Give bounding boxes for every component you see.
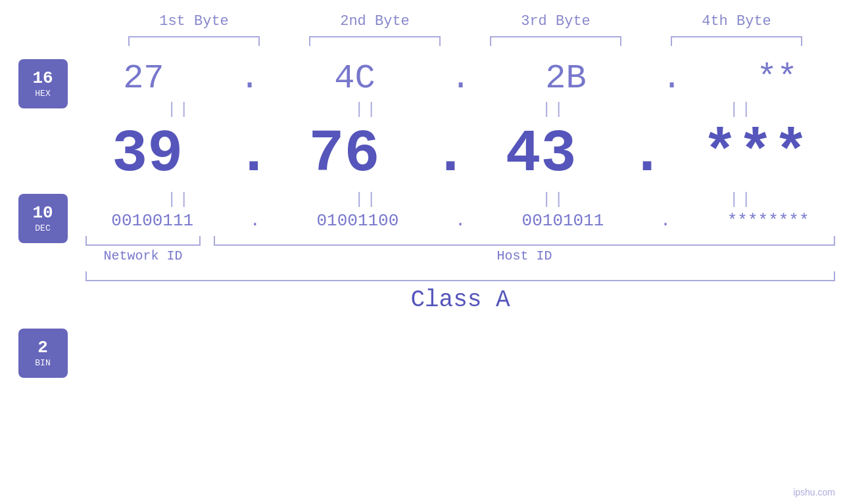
bracket-class	[85, 271, 835, 281]
eq2-2: ||	[295, 191, 439, 208]
bracket-mid-gap	[201, 236, 214, 246]
bin-badge-label: BIN	[35, 358, 50, 369]
main-container: 1st Byte 2nd Byte 3rd Byte 4th Byte 16 H…	[0, 0, 845, 504]
eq2-1: ||	[107, 191, 252, 208]
class-bracket-area: Class A	[85, 271, 835, 313]
hex-val-4: **	[756, 59, 797, 98]
dot-hex-3: .	[662, 59, 681, 98]
eq1-1: ||	[107, 101, 252, 118]
bin-val-4: ********	[727, 211, 809, 231]
dot-dec-2: .	[433, 125, 452, 184]
eq1-4: ||	[669, 101, 814, 118]
dec-badge-number: 10	[32, 203, 53, 223]
class-label: Class A	[85, 286, 835, 313]
bracket-top-3	[490, 36, 621, 46]
dec-row: 39 . 76 . 43 . ***	[85, 121, 835, 188]
dot-bin-1: .	[245, 211, 265, 231]
bin-val-3: 00101011	[522, 211, 604, 231]
values-area: 27 . 4C . 2B . ** || || || || 39 . 76 .	[85, 59, 835, 313]
dot-bin-3: .	[656, 211, 675, 231]
bin-badge: 2 BIN	[18, 329, 68, 378]
hex-val-2: 4C	[334, 59, 375, 98]
eq2-3: ||	[482, 191, 627, 208]
dot-hex-2: .	[450, 59, 470, 98]
host-id-label: Host ID	[214, 248, 835, 263]
hex-val-1: 27	[123, 59, 164, 98]
hex-val-3: 2B	[545, 59, 586, 98]
bin-val-1: 00100111	[111, 211, 193, 231]
bracket-top-2	[309, 36, 441, 46]
dot-bin-2: .	[450, 211, 470, 231]
eq2-4: ||	[669, 191, 814, 208]
dec-val-1: 39	[112, 121, 183, 188]
watermark: ipshu.com	[793, 487, 835, 497]
bracket-top-4	[671, 36, 802, 46]
byte-headers-row: 1st Byte 2nd Byte 3rd Byte 4th Byte	[104, 13, 827, 30]
dot-dec-1: .	[236, 125, 256, 184]
hex-badge: 16 HEX	[18, 59, 68, 108]
dec-val-3: 43	[506, 121, 577, 188]
bracket-network	[85, 236, 201, 246]
dec-badge-label: DEC	[35, 223, 50, 234]
dec-val-4: ***	[702, 121, 809, 188]
hex-badge-label: HEX	[35, 89, 50, 99]
bottom-brackets-row	[85, 236, 835, 246]
top-brackets	[104, 36, 827, 46]
equals-row-2: || || || ||	[85, 191, 835, 208]
network-id-label: Network ID	[85, 248, 201, 263]
byte-label-4: 4th Byte	[664, 13, 809, 30]
equals-row-1: || || || ||	[85, 101, 835, 118]
eq1-3: ||	[482, 101, 627, 118]
eq1-2: ||	[295, 101, 439, 118]
dec-val-2: 76	[308, 121, 379, 188]
dot-hex-1: .	[239, 59, 259, 98]
hex-badge-number: 16	[32, 68, 53, 89]
bin-badge-number: 2	[37, 338, 48, 358]
dot-dec-3: .	[629, 125, 649, 184]
id-labels-row: Network ID Host ID	[85, 248, 835, 263]
dec-badge: 10 DEC	[18, 194, 68, 243]
main-content: 16 HEX 10 DEC 2 BIN 27 . 4C . 2B	[0, 59, 845, 378]
byte-label-3: 3rd Byte	[483, 13, 628, 30]
byte-label-2: 2nd Byte	[302, 13, 447, 30]
byte-label-1: 1st Byte	[122, 13, 266, 30]
bottom-bracket-area: Network ID Host ID	[85, 236, 835, 263]
bin-row: 00100111 . 01001100 . 00101011 . *******…	[85, 211, 835, 231]
badges-column: 16 HEX 10 DEC 2 BIN	[0, 59, 85, 378]
bin-val-2: 01001100	[316, 211, 398, 231]
hex-row: 27 . 4C . 2B . **	[85, 59, 835, 98]
bracket-top-1	[128, 36, 260, 46]
bracket-host	[214, 236, 835, 246]
